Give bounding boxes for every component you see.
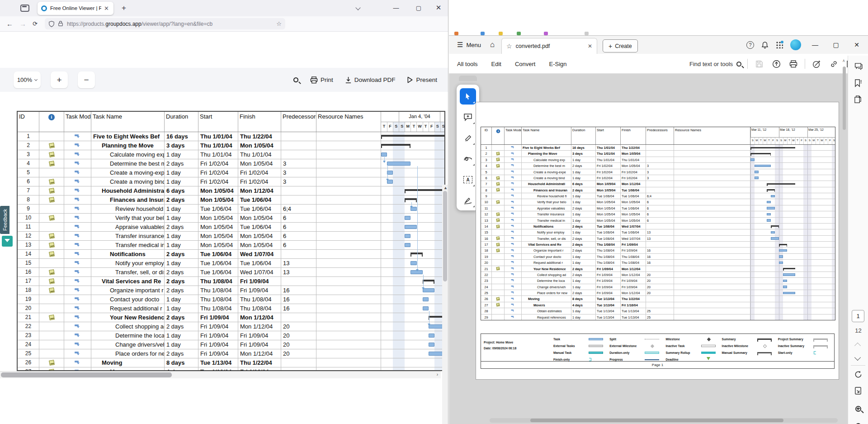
previous-page-icon[interactable] xyxy=(854,343,861,349)
tab-esign[interactable]: E-Sign xyxy=(549,61,566,67)
table-row[interactable]: 23Determine the loca1 dayFri 1/09/04Fri … xyxy=(18,331,444,340)
back-icon[interactable]: ← xyxy=(6,20,13,28)
feedback-tab[interactable]: Feedback xyxy=(0,206,9,234)
table-row[interactable]: 24Change drivers/veh1 dayFri 1/09/04Fri … xyxy=(18,340,444,349)
header-resource-names[interactable]: Resource Names xyxy=(316,112,381,132)
scrollbar-thumb[interactable] xyxy=(530,419,783,422)
scrollbar-thumb[interactable] xyxy=(1,372,172,377)
notifications-bell-icon[interactable] xyxy=(761,41,769,49)
table-row[interactable]: 10Verify that your belo1 dayMon 1/05/04M… xyxy=(18,214,444,223)
table-row[interactable]: 15Notify your employ1 dayTue 1/06/04Tue … xyxy=(18,259,444,268)
table-row[interactable]: 26Moving8 daysTue 1/13/04Thu 1/22/04 xyxy=(18,358,444,367)
table-row[interactable]: 8Finances and Insuran2 daysMon 1/05/04Tu… xyxy=(18,195,444,205)
table-row[interactable]: 12Transfer insurance1 dayMon 1/05/04Mon … xyxy=(18,232,444,241)
maximize-button[interactable]: ▢ xyxy=(829,41,843,48)
search-button[interactable] xyxy=(293,77,298,82)
tab-all-tools[interactable]: All tools xyxy=(457,61,478,67)
download-pdf-button[interactable]: Download PDF xyxy=(345,76,396,84)
menu-button[interactable]: ☰Menu xyxy=(457,41,481,49)
scroll-up-icon[interactable]: ▲ xyxy=(443,186,448,190)
link-button[interactable] xyxy=(828,58,840,70)
create-button[interactable]: +Create xyxy=(603,39,638,52)
bookmarks-panel-button[interactable] xyxy=(853,77,863,88)
tab-edit[interactable]: Edit xyxy=(491,61,501,67)
home-icon[interactable]: ⌂ xyxy=(490,40,495,49)
table-row[interactable]: 25Place orders for new2 daysFri 1/09/04M… xyxy=(18,349,444,358)
header-finish[interactable]: Finish xyxy=(238,112,281,132)
reload-icon[interactable]: ⟳ xyxy=(33,20,38,27)
table-row[interactable]: 21Your New Residence2 daysFri 1/09/04Mon… xyxy=(18,313,444,322)
palette-handle[interactable] xyxy=(459,76,477,81)
print-button[interactable]: Print xyxy=(310,76,333,84)
help-icon[interactable]: ? xyxy=(746,41,754,49)
ai-assistant-button[interactable] xyxy=(811,58,822,70)
present-button[interactable]: Present xyxy=(407,76,437,83)
new-tab-button[interactable]: + xyxy=(119,4,129,13)
highlight-tool-button[interactable] xyxy=(460,130,476,146)
star-icon[interactable]: ☆ xyxy=(506,43,512,50)
table-row[interactable]: 4Determine the best m2 daysFri 1/02/04Mo… xyxy=(18,159,444,168)
forward-icon[interactable]: → xyxy=(19,20,26,28)
header-start[interactable]: Start xyxy=(198,112,238,132)
comments-panel-button[interactable] xyxy=(853,61,863,72)
tab-convert[interactable]: Convert xyxy=(515,61,536,67)
zoom-level-dropdown[interactable]: 100% xyxy=(14,71,41,88)
table-row[interactable]: 17Vital Services and Re2 daysThu 1/08/04… xyxy=(18,277,444,286)
next-page-icon[interactable] xyxy=(854,354,861,361)
print-button[interactable] xyxy=(788,58,799,70)
pages-panel-button[interactable] xyxy=(853,94,863,105)
fit-page-button[interactable] xyxy=(853,385,863,396)
table-row[interactable]: 1Five to Eight Weeks Bef16 daysThu 1/01/… xyxy=(18,132,444,141)
document-tab[interactable]: ☆ converted.pdf ✕ xyxy=(501,38,597,54)
close-button[interactable]: ✕ xyxy=(850,41,863,48)
table-row[interactable]: 3Calculate moving exp1 dayThu 1/01/04Thu… xyxy=(18,150,444,159)
table-row[interactable]: 2Planning the Move3 daysThu 1/01/04Mon 1… xyxy=(18,141,444,150)
header-id[interactable]: ID xyxy=(18,112,39,132)
table-row[interactable]: 19Contact your docto1 dayThu 1/08/04Thu … xyxy=(18,295,444,304)
content-horizontal-scrollbar[interactable] xyxy=(490,418,838,423)
table-row[interactable]: 14Notifications2 daysTue 1/06/04Wed 1/07… xyxy=(18,250,444,259)
list-tabs-icon[interactable] xyxy=(355,5,360,10)
header-task-name[interactable]: Task Name xyxy=(91,112,165,132)
close-button[interactable]: ✕ xyxy=(434,3,443,13)
sign-tool-button[interactable] xyxy=(460,192,476,209)
table-row[interactable]: 5Create a moving-expe1 dayFri 1/02/04Fri… xyxy=(18,168,444,177)
scrollbar-thumb[interactable] xyxy=(843,67,846,130)
header-task-mode[interactable]: Task Mode xyxy=(64,112,91,132)
app-grid-icon[interactable] xyxy=(776,41,783,48)
url-bar[interactable]: https://products.groupdocs.app/viewer/ap… xyxy=(45,18,285,29)
table-row[interactable]: 18Organize important r2 daysThu 1/08/04F… xyxy=(18,286,444,295)
table-row[interactable]: 16Transfer, sell, or dis2 daysTue 1/06/0… xyxy=(18,268,444,277)
select-tool-button[interactable] xyxy=(460,88,476,105)
table-row[interactable]: 6Create a moving bind1 dayFri 1/02/04Fri… xyxy=(18,177,444,186)
table-row[interactable]: 7Household Administrati6 daysMon 1/05/04… xyxy=(18,186,444,195)
table-row[interactable]: 20Request additional r1 dayThu 1/08/04Th… xyxy=(18,304,444,313)
header-predecessors[interactable]: Predecessors xyxy=(281,112,316,132)
scroll-right-icon[interactable]: › xyxy=(437,372,438,377)
minimize-button[interactable]: — xyxy=(808,41,822,48)
avatar[interactable] xyxy=(790,39,801,50)
scroll-up-icon[interactable]: ∧ xyxy=(842,58,845,63)
draw-tool-button[interactable] xyxy=(460,151,476,167)
table-row[interactable]: 11Appraise valuables2 daysMon 1/05/04Tue… xyxy=(18,223,444,232)
bookmark-star-icon[interactable]: ☆ xyxy=(276,20,282,27)
table-row[interactable]: 9Review household fi1 dayTue 1/06/04Tue … xyxy=(18,205,444,214)
content-vertical-scrollbar[interactable]: ∧ xyxy=(842,57,847,410)
header-duration[interactable]: Duration xyxy=(165,112,198,132)
add-text-tool-button[interactable]: A xyxy=(460,172,476,188)
scrollbar-thumb[interactable] xyxy=(443,191,447,281)
find-tools-search[interactable]: Find text or tools xyxy=(689,54,741,74)
table-row[interactable]: 13Transfer medical in1 dayMon 1/05/04Mon… xyxy=(18,241,444,250)
zoom-in-button[interactable]: + xyxy=(51,71,68,88)
zoom-in-button[interactable] xyxy=(853,403,863,414)
rotate-page-button[interactable] xyxy=(853,369,863,380)
page-number-input[interactable]: 1 xyxy=(852,310,864,322)
tab-close-icon[interactable]: ✕ xyxy=(103,5,110,12)
save-button[interactable] xyxy=(753,58,765,70)
zoom-out-button[interactable]: − xyxy=(78,71,95,88)
filter-button[interactable] xyxy=(2,236,13,247)
tab-close-icon[interactable]: ✕ xyxy=(588,43,592,49)
shield-icon[interactable] xyxy=(48,21,55,27)
browser-tab[interactable]: Free Online Viewer | Free Group ✕ xyxy=(38,2,113,15)
maximize-button[interactable]: ▢ xyxy=(414,3,424,13)
